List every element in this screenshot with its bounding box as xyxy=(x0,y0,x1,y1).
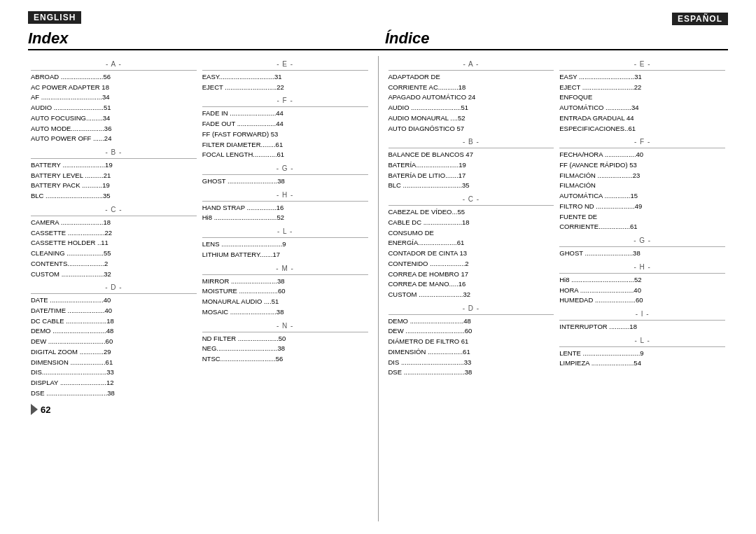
list-item: DSE .................................38 xyxy=(388,367,554,378)
en-g-header: - G - xyxy=(202,164,368,172)
list-item: AUTOMÁTICA ..............15 xyxy=(559,191,725,202)
titles-row: Index Índice xyxy=(28,29,728,50)
en-h-divider xyxy=(202,201,368,202)
list-item: EJECT ............................22 xyxy=(202,83,368,93)
es-b-divider xyxy=(388,148,554,148)
lang-left: ENGLISH xyxy=(28,13,378,22)
list-item: AUTOMÁTICO ..............34 xyxy=(559,103,725,113)
list-item: CONTADOR DE CINTA 13 xyxy=(388,248,554,259)
en-c-divider xyxy=(31,216,197,216)
list-item: AUTO FOCUSING.........34 xyxy=(31,113,197,124)
list-item: DISPLAY .........................12 xyxy=(31,378,197,388)
list-item: NEG.................................38 xyxy=(202,344,368,354)
list-item: MONAURAL AUDIO ....51 xyxy=(202,297,368,307)
title-indice: Índice xyxy=(371,29,728,48)
list-item: Hi8 ..................................52 xyxy=(559,275,725,286)
list-item: CAMERA .......................18 xyxy=(31,218,197,228)
list-item: FILMACIÓN xyxy=(559,181,725,191)
list-item: ADAPTADOR DE xyxy=(388,72,554,83)
en-b-header: - B - xyxy=(31,148,197,156)
es-col1: - A - ADAPTADOR DE CORRIENTE AC.........… xyxy=(386,56,557,521)
en-a-divider xyxy=(31,70,197,71)
list-item: FILTRO ND .....................49 xyxy=(559,202,725,212)
en-d-divider xyxy=(31,293,197,294)
en-e-header: - E - xyxy=(202,60,368,68)
list-item: CORREA DE HOMBRO 17 xyxy=(388,269,554,280)
en-n-divider xyxy=(202,332,368,332)
list-item: ABROAD .......................56 xyxy=(31,72,197,83)
list-item: DIS ..................................33 xyxy=(388,358,554,368)
list-item: MOSAIC .........................38 xyxy=(202,307,368,318)
list-item: CUSTOM ........................32 xyxy=(388,290,554,300)
list-item: DEMO .............................48 xyxy=(388,316,554,327)
list-item: CABEZAL DE VÍDEO...55 xyxy=(388,207,554,218)
es-a-header: - A - xyxy=(388,60,554,68)
list-item: BATERÍA DE LITIO.......17 xyxy=(388,171,554,181)
list-item: CONTENIDO ...................2 xyxy=(388,259,554,269)
es-l-header: - L - xyxy=(559,337,725,344)
espanol-badge: ESPAÑOL xyxy=(672,13,728,25)
list-item: FECHA/HORA .................40 xyxy=(559,150,725,160)
en-l-divider xyxy=(202,237,368,238)
list-item: CONSUMO DE xyxy=(388,228,554,239)
list-item: LENS .................................9 xyxy=(202,239,368,250)
list-item: DIGITAL ZOOM .............29 xyxy=(31,347,197,358)
es-e-divider xyxy=(559,70,725,71)
list-item: CUSTOM .......................32 xyxy=(31,269,197,280)
list-item: DIMENSION ...................61 xyxy=(31,358,197,368)
list-item: DIS...................................33 xyxy=(31,367,197,378)
list-item: LENTE ...............................9 xyxy=(559,349,725,359)
list-item: CONTENTS....................2 xyxy=(31,259,197,269)
es-g-divider xyxy=(559,246,725,247)
es-e-header: - E - xyxy=(559,60,725,68)
en-m-divider xyxy=(202,274,368,275)
en-c-header: - C - xyxy=(31,206,197,213)
list-item: FADE OUT .....................44 xyxy=(202,119,368,129)
page: ENGLISH ESPAÑOL Index Índice - A - ABROA… xyxy=(0,0,756,534)
page-triangle-icon xyxy=(31,404,38,415)
en-f-header: - F - xyxy=(202,97,368,104)
title-index: Index xyxy=(28,29,371,48)
list-item: AUDIO ...........................51 xyxy=(31,103,197,113)
list-item: AUDIO ...........................51 xyxy=(388,103,554,113)
list-item: DIÁMETRO DE FILTRO 61 xyxy=(388,337,554,347)
list-item: HAND STRAP ................16 xyxy=(202,203,368,213)
list-item: DEW ...............................60 xyxy=(31,337,197,347)
page-number-box: 62 xyxy=(31,404,197,415)
list-item: Hi8 ..................................52 xyxy=(202,213,368,223)
list-item: DC CABLE ......................18 xyxy=(31,316,197,327)
es-h-header: - H - xyxy=(559,263,725,271)
list-item: ND FILTER ......................50 xyxy=(202,334,368,344)
en-col2: - E - EASY..............................… xyxy=(200,56,371,521)
list-item: BLC ................................35 xyxy=(388,181,554,191)
list-item: DSE .................................38 xyxy=(31,388,197,399)
list-item: AUDIO MONAURAL ....52 xyxy=(388,113,554,124)
list-item: FUENTE DE xyxy=(559,212,725,223)
list-item: CORRIENTE.................61 xyxy=(559,222,725,232)
list-item: DEW ................................60 xyxy=(388,326,554,337)
list-item: LIMPIEZA .......................54 xyxy=(559,358,725,369)
es-i-header: - I - xyxy=(559,310,725,318)
es-c-divider xyxy=(388,205,554,206)
list-item: BATTERY LEVEL ..........21 xyxy=(31,171,197,181)
list-item: BLC ...............................35 xyxy=(31,191,197,202)
es-i-divider xyxy=(559,320,725,321)
en-d-header: - D - xyxy=(31,283,197,291)
list-item: EJECT ............................22 xyxy=(559,83,725,93)
list-item: FF (AVANCE RÁPIDO) 53 xyxy=(559,160,725,171)
es-f-divider xyxy=(559,148,725,148)
en-b-divider xyxy=(31,158,197,159)
list-item: EASY ..............................31 xyxy=(559,72,725,83)
list-item: FILMACIÓN ...................23 xyxy=(559,171,725,181)
list-item: MOISTURE .....................60 xyxy=(202,286,368,297)
list-item: FADE IN .........................44 xyxy=(202,108,368,119)
es-b-header: - B - xyxy=(388,138,554,146)
list-item: HORA .............................40 xyxy=(559,286,725,296)
list-item: BATERÍA.......................19 xyxy=(388,160,554,171)
en-a-header: - A - xyxy=(31,60,197,68)
en-col1: - A - ABROAD .......................56 A… xyxy=(28,56,200,521)
es-g-header: - G - xyxy=(559,237,725,244)
list-item: CORREA DE MANO.....16 xyxy=(388,279,554,290)
en-e-divider xyxy=(202,70,368,71)
list-item: FF (FAST FORWARD) 53 xyxy=(202,129,368,140)
